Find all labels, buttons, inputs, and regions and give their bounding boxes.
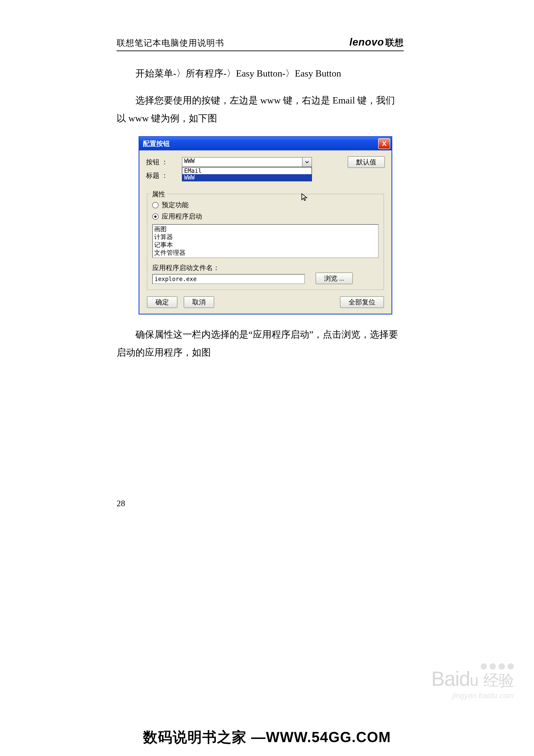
list-item[interactable]: 画图 [154, 225, 377, 233]
browse-button[interactable]: 浏览 ... [316, 273, 353, 284]
mouse-cursor-icon [301, 193, 309, 201]
list-item[interactable]: 文件管理器 [154, 249, 377, 256]
radio-launch-icon[interactable] [152, 213, 159, 220]
radio-preset-icon[interactable] [152, 202, 159, 208]
brand-logo: lenovo联想 [349, 36, 404, 49]
watermark-sub: jingyan.baidu.com [431, 691, 514, 700]
reset-all-button[interactable]: 全部复位 [340, 296, 384, 308]
dialog-titlebar[interactable]: 配置按钮 X [139, 137, 392, 150]
page-number: 28 [116, 498, 125, 508]
paragraph-3: 确保属性这一栏内选择的是“应用程序启动”，点击浏览，选择要启动的应用程序，如图 [116, 326, 404, 362]
brand-cn: 联想 [384, 38, 404, 47]
close-button[interactable]: X [378, 138, 390, 149]
row-button: 按钮 ： WWW EMail WWW 默认值 [146, 156, 385, 168]
radio-preset-label: 预定功能 [162, 201, 189, 210]
list-item[interactable]: 计算器 [154, 233, 377, 241]
page-header: 联想笔记本电脑使用说明书 lenovo联想 [116, 36, 404, 51]
content-area: 联想笔记本电脑使用说明书 lenovo联想 开始菜单-〉所有程序-〉Easy B… [116, 36, 404, 371]
properties-fieldset: 属性 预定功能 应用程序启动 画图 计算器 记事本 文件管理器 [147, 194, 384, 290]
button-dropdown-list[interactable]: EMail WWW [182, 167, 312, 181]
watermark-exp: 经验 [483, 672, 514, 689]
cancel-button[interactable]: 取消 [184, 296, 214, 308]
baidu-watermark: Baidu 经验 jingyan.baidu.com [431, 663, 514, 700]
ok-button[interactable]: 确定 [147, 296, 177, 308]
dialog-body: 按钮 ： WWW EMail WWW 默认值 [139, 150, 392, 314]
close-icon: X [382, 140, 386, 148]
footer-site: 数码说明书之家 —WWW.54GG.COM [143, 727, 391, 747]
default-button[interactable]: 默认值 [348, 156, 385, 168]
config-button-dialog: 配置按钮 X 按钮 ： WWW [139, 136, 392, 314]
list-item[interactable]: 记事本 [154, 241, 377, 249]
radio-preset-row[interactable]: 预定功能 [152, 201, 379, 210]
label-caption: 标题 ： [146, 171, 182, 180]
radio-launch-row[interactable]: 应用程序启动 [152, 212, 379, 221]
brand-en: lenovo [349, 36, 384, 48]
radio-launch-label: 应用程序启动 [162, 212, 202, 221]
paragraph-1: 开始菜单-〉所有程序-〉Easy Button-〉Easy Button [116, 65, 404, 83]
launch-file-label: 应用程序启动文件名： [152, 263, 379, 273]
button-combo[interactable]: WWW EMail WWW [182, 157, 312, 167]
label-button: 按钮 ： [146, 158, 182, 167]
document-page: 联想笔记本电脑使用说明书 lenovo联想 开始菜单-〉所有程序-〉Easy B… [0, 0, 534, 756]
dropdown-arrow-icon[interactable] [302, 157, 312, 167]
app-list[interactable]: 画图 计算器 记事本 文件管理器 [152, 224, 379, 258]
watermark-brand: Baid [431, 667, 470, 690]
dropdown-option-www[interactable]: WWW [182, 174, 312, 181]
dialog-title: 配置按钮 [143, 139, 170, 148]
paragraph-2: 选择您要使用的按键，左边是 www 键，右边是 Email 键，我们以 www … [116, 92, 404, 127]
launch-file-input[interactable]: iexplore.exe [152, 274, 305, 284]
button-combo-input[interactable]: WWW [182, 157, 312, 167]
dropdown-option-email[interactable]: EMail [182, 168, 312, 174]
properties-legend: 属性 [150, 190, 166, 199]
manual-title: 联想笔记本电脑使用说明书 [116, 37, 224, 49]
dialog-footer: 确定 取消 全部复位 [146, 296, 385, 308]
